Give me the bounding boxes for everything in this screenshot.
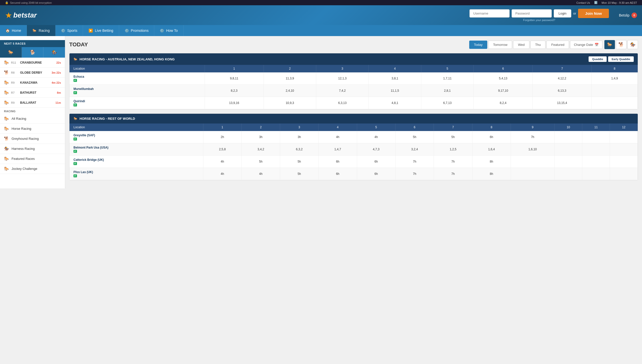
race-catterick-1[interactable]: 4h [203, 156, 242, 168]
tab-thu[interactable]: Thu [530, 41, 545, 49]
race-murwillumbah-4[interactable]: 11,1,5 [369, 85, 421, 97]
race-belmont-7[interactable]: 1,2,5 [434, 143, 472, 156]
password-input[interactable] [512, 9, 552, 18]
race-catterick-4[interactable]: 6h [318, 156, 357, 168]
race-belmont-4[interactable]: 1,4,7 [318, 143, 357, 156]
race-quirindi-1[interactable]: 13,9,16 [205, 97, 264, 109]
race-murwillumbah-7[interactable]: 6,13,3 [533, 85, 592, 97]
race-greyville-1[interactable]: 2h [203, 131, 242, 143]
race-echuca-2[interactable]: 11,3,9 [264, 72, 316, 85]
race-greyville-4[interactable]: 4h [318, 131, 357, 143]
race-ffos-8[interactable]: 8h [472, 168, 511, 180]
race-catterick-7[interactable]: 7h [434, 156, 472, 168]
nav-item-livebetting[interactable]: ▶️ Live Betting [83, 25, 119, 36]
race-greyville-2[interactable]: 3h [242, 131, 280, 143]
race-echuca-6[interactable]: 5,4,13 [474, 72, 533, 85]
race-quirindi-7[interactable]: 13,15,4 [533, 97, 592, 109]
early-quaddie-button[interactable]: Early Quaddie [608, 56, 634, 62]
login-button[interactable]: Login [554, 9, 571, 18]
sidebar-item-featured-races[interactable]: 🐎 Featured Races [0, 154, 65, 164]
race-catterick-6[interactable]: 7h [395, 156, 434, 168]
nav-item-home[interactable]: 🏠 Home [0, 25, 27, 36]
sidebar-item-greyhound-racing[interactable]: 🐕 Greyhound Racing [0, 134, 65, 144]
race-ffos-2[interactable]: 4h [242, 168, 280, 180]
race-tab-harness[interactable]: 🏇 [43, 47, 65, 58]
change-date-button[interactable]: Change Date 📅 [570, 41, 602, 49]
race-greyville-9[interactable]: 7h [511, 131, 554, 143]
race-murwillumbah-3[interactable]: 7,4,2 [316, 85, 369, 97]
betslip-button[interactable]: Betslip 0 [619, 13, 637, 18]
forgotten-password-link[interactable]: Forgotten your password? [523, 19, 555, 22]
race-catterick-5[interactable]: 6h [357, 156, 395, 168]
race-belmont-6[interactable]: 3,2,4 [395, 143, 434, 156]
tab-wed[interactable]: Wed [513, 41, 529, 49]
race-tab-greyhound[interactable]: 🐕 [22, 47, 44, 58]
race-catterick-2[interactable]: 5h [242, 156, 280, 168]
race-ffos-3[interactable]: 5h [280, 168, 318, 180]
race-echuca-3[interactable]: 12,1,3 [316, 72, 369, 85]
race-belmont-5[interactable]: 4,7,3 [357, 143, 395, 156]
race-ffos-9 [511, 168, 554, 180]
next5-race-1[interactable]: 🐎 R11 CRANBOURNE 22s [0, 58, 65, 68]
race-ffos-1[interactable]: 4h [203, 168, 242, 180]
race-belmont-8[interactable]: 1,6,4 [472, 143, 511, 156]
race-catterick-8[interactable]: 8h [472, 156, 511, 168]
nav-item-sports[interactable]: ⚙️ Sports [55, 25, 83, 36]
next5-race-4[interactable]: 🐎 R7 BATHURST 8m [0, 88, 65, 98]
race-murwillumbah-5[interactable]: 2,8,1 [421, 85, 473, 97]
col-4-row: 4 [318, 124, 357, 131]
race-quirindi-4[interactable]: 4,8,1 [369, 97, 421, 109]
race-tab-horse[interactable]: 🐎 [0, 47, 22, 58]
race-echuca-1[interactable]: 9,8,11 [205, 72, 264, 85]
tab-featured[interactable]: Featured [546, 41, 569, 49]
race-echuca-5[interactable]: 1,7,11 [421, 72, 473, 85]
sidebar-item-harness-racing[interactable]: 🏇 Harness Racing [0, 144, 65, 154]
race-greyville-3[interactable]: 3h [280, 131, 318, 143]
username-input[interactable] [469, 9, 510, 18]
race-echuca-7[interactable]: 4,12,2 [533, 72, 592, 85]
race-ffos-5[interactable]: 6h [357, 168, 395, 180]
race-greyville-7[interactable]: 5h [434, 131, 472, 143]
race-quirindi-6[interactable]: 8,2,4 [474, 97, 533, 109]
race-ffos-7[interactable]: 7h [434, 168, 472, 180]
next5-race-2[interactable]: 🐕 R8 GLOBE DERBY 3m 22s [0, 68, 65, 78]
quaddie-button[interactable]: Quaddie [589, 56, 607, 62]
nav-item-racing[interactable]: 🐎 Racing [27, 25, 55, 36]
horse-racing-anz-title: 🐎 HORSE RACING - AUSTRALIA, NEW ZEALAND,… [73, 57, 175, 61]
race-quirindi-5[interactable]: 6,7,13 [421, 97, 473, 109]
race-echuca-8[interactable]: 1,4,9 [592, 72, 638, 85]
race-greyville-5[interactable]: 4h [357, 131, 395, 143]
tab-today[interactable]: Today [469, 41, 488, 49]
next5-race-5[interactable]: 🐎 R9 BALLARAT 11m [0, 98, 65, 108]
contact-us-link[interactable]: Contact Us [576, 1, 590, 4]
tab-tomorrow[interactable]: Tomorrow [488, 41, 512, 49]
animal-tab-horse[interactable]: 🐎 [604, 40, 615, 49]
race-greyville-8[interactable]: 6h [472, 131, 511, 143]
race-quirindi-2[interactable]: 10,9,3 [264, 97, 316, 109]
race-belmont-9[interactable]: 1,6,10 [511, 143, 554, 156]
race-belmont-3[interactable]: 6,3,2 [280, 143, 318, 156]
table-row: Belmont Park Usa (USA) F 2,5,8 3,4,2 6,3… [69, 143, 638, 156]
race-quirindi-3[interactable]: 6,3,13 [316, 97, 369, 109]
nav-item-howto[interactable]: ⚙️ How To [154, 25, 183, 36]
race-murwillumbah-1[interactable]: 8,2,3 [205, 85, 264, 97]
join-now-button[interactable]: Join Now [578, 9, 609, 18]
race-belmont-2[interactable]: 3,4,2 [242, 143, 280, 156]
sidebar-item-jockey-challenge[interactable]: 🐎 Jockey Challenge [0, 164, 65, 174]
race-belmont-1[interactable]: 2,5,8 [203, 143, 242, 156]
race-ffos-4[interactable]: 6h [318, 168, 357, 180]
animal-tab-harness[interactable]: 🏇 [627, 40, 638, 49]
race-murwillumbah-2[interactable]: 2,4,10 [264, 85, 316, 97]
sidebar-item-horse-racing[interactable]: 🐎 Horse Racing [0, 124, 65, 134]
next5-race-3[interactable]: 🐎 R9 KANAZAWA 4m 22s [0, 78, 65, 88]
race-ffos-6[interactable]: 7h [395, 168, 434, 180]
race-greyville-6[interactable]: 5h [395, 131, 434, 143]
race-echuca-4[interactable]: 3,8,1 [369, 72, 421, 85]
col-10-row: 10 [554, 124, 582, 131]
race-catterick-3[interactable]: 5h [280, 156, 318, 168]
nav-item-promotions[interactable]: ⚙️ Promotions [119, 25, 154, 36]
race-murwillumbah-6[interactable]: 9,17,10 [474, 85, 533, 97]
race-greyville-11 [582, 131, 610, 143]
animal-tab-greyhound[interactable]: 🐕 [616, 40, 626, 49]
sidebar-item-all-racing[interactable]: 🐎 All Racing [0, 114, 65, 124]
